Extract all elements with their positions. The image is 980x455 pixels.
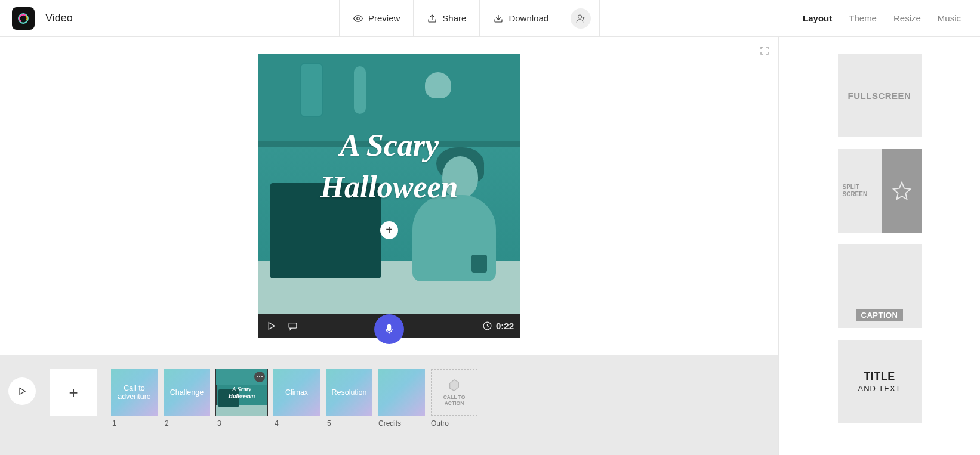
- duration-value: 0:22: [496, 321, 514, 331]
- share-button[interactable]: Share: [413, 0, 479, 37]
- clock-icon: [482, 321, 492, 331]
- clip[interactable]: Challenge: [164, 369, 210, 416]
- clip-duration[interactable]: 0:22: [482, 321, 514, 331]
- preview-label: Preview: [368, 13, 400, 23]
- share-icon: [427, 13, 437, 24]
- plus-icon: +: [69, 383, 78, 402]
- clip-index: 5: [326, 419, 372, 428]
- clip-column: Call toadventure1: [111, 369, 158, 428]
- download-icon: [493, 13, 504, 24]
- app-logo[interactable]: [12, 7, 35, 30]
- clip-column: Challenge2: [164, 369, 210, 428]
- svg-point-2: [578, 15, 582, 18]
- clip[interactable]: Climax: [273, 369, 320, 416]
- invite-button[interactable]: [562, 0, 600, 37]
- video-frame[interactable]: A Scary Halloween +: [258, 54, 520, 314]
- layout-caption-label: CAPTION: [856, 309, 903, 321]
- clip[interactable]: Call toadventure: [111, 369, 158, 416]
- play-icon: [266, 321, 276, 331]
- app-title: Video: [45, 12, 73, 24]
- clip-selected[interactable]: A ScaryHalloween: [216, 369, 267, 416]
- title-label-2: AND TEXT: [858, 384, 901, 393]
- clip-index: Credits: [378, 419, 425, 428]
- split-right-pane: [882, 149, 922, 233]
- tab-layout[interactable]: Layout: [803, 13, 832, 23]
- download-button[interactable]: Download: [479, 0, 562, 37]
- svg-rect-4: [388, 324, 391, 330]
- app-header: Video Preview Share Download Layout Them…: [0, 0, 980, 37]
- speech-bubble-icon: [288, 321, 298, 331]
- clip[interactable]: [378, 369, 425, 416]
- add-clip-button[interactable]: +: [50, 369, 97, 416]
- title-label-1: TITLE: [864, 370, 895, 383]
- clip-index: 2: [164, 419, 210, 428]
- download-label: Download: [509, 13, 548, 23]
- clip-empty[interactable]: CALL TOACTION: [431, 369, 477, 416]
- canvas-area: A Scary Halloween + 0:: [0, 37, 778, 355]
- eye-icon: [353, 13, 363, 24]
- clip-column: Resolution5: [326, 369, 372, 428]
- play-icon: [17, 386, 27, 396]
- video-preview: A Scary Halloween + 0:: [258, 54, 520, 338]
- preview-button[interactable]: Preview: [339, 0, 413, 37]
- split-label-2: SCREEN: [843, 191, 868, 197]
- svg-rect-3: [289, 323, 297, 329]
- header-actions: Preview Share Download: [339, 0, 600, 37]
- clip-options-button[interactable]: [254, 372, 265, 382]
- share-label: Share: [442, 13, 466, 23]
- microphone-icon: [383, 323, 395, 335]
- tab-resize[interactable]: Resize: [893, 13, 921, 23]
- title-line-1: A Scary: [340, 128, 439, 162]
- record-voice-button[interactable]: [374, 314, 404, 344]
- title-line-2: Halloween: [320, 170, 458, 204]
- timeline: + Call toadventure1Challenge2A ScaryHall…: [0, 355, 778, 455]
- expand-icon: [759, 45, 770, 56]
- layout-title-text[interactable]: TITLE AND TEXT: [838, 340, 922, 423]
- star-icon: [892, 181, 912, 201]
- clip-index: 3: [216, 419, 267, 428]
- plus-icon: +: [386, 223, 393, 237]
- layout-split-screen[interactable]: SPLIT SCREEN: [838, 149, 922, 233]
- split-label-1: SPLIT: [843, 184, 859, 190]
- play-bar: 0:22: [258, 314, 520, 338]
- layout-caption[interactable]: CAPTION: [838, 244, 922, 328]
- layout-fullscreen[interactable]: FULLSCREEN: [838, 54, 922, 137]
- layout-fullscreen-label: FULLSCREEN: [848, 91, 911, 101]
- hexagon-icon: [448, 379, 461, 392]
- clip-list: Call toadventure1Challenge2A ScaryHallow…: [111, 369, 477, 428]
- clip-index: 4: [273, 419, 320, 428]
- header-left: Video: [0, 7, 73, 30]
- clip-column: CALL TOACTIONOutro: [431, 369, 477, 428]
- clip[interactable]: Resolution: [326, 369, 372, 416]
- fullscreen-toggle[interactable]: [759, 45, 770, 56]
- caption-toggle[interactable]: [286, 320, 299, 333]
- svg-point-1: [357, 17, 360, 20]
- clip-column: Credits: [378, 369, 425, 428]
- clip-column: A ScaryHalloween3: [216, 369, 267, 428]
- layout-panel: FULLSCREEN SPLIT SCREEN CAPTION TITLE AN…: [778, 37, 980, 455]
- play-button[interactable]: [264, 320, 278, 333]
- tab-music[interactable]: Music: [938, 13, 961, 23]
- video-title-text[interactable]: A Scary Halloween: [258, 125, 520, 208]
- timeline-play-button[interactable]: [8, 377, 36, 405]
- add-content-button[interactable]: +: [380, 221, 398, 239]
- invite-user-icon: [571, 8, 591, 29]
- split-left-pane: SPLIT SCREEN: [838, 149, 882, 233]
- clip-index: Outro: [431, 419, 477, 428]
- header-tabs: Layout Theme Resize Music: [600, 13, 980, 23]
- tab-theme[interactable]: Theme: [849, 13, 877, 23]
- clip-column: Climax4: [273, 369, 320, 428]
- clip-index: 1: [111, 419, 158, 428]
